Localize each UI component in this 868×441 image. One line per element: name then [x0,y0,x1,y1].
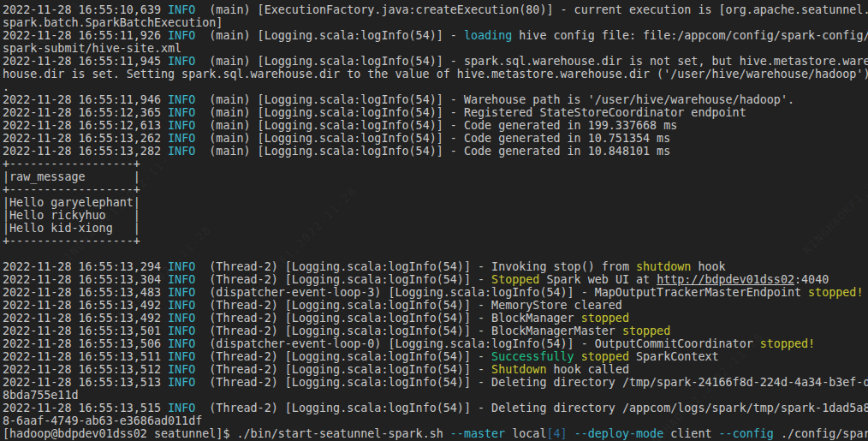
log-text: (main) [Logging.scala:logInfo(54)] - Cod… [195,145,670,158]
log-text: 2022-11-28 16:55:12,613 [3,119,168,132]
log-text: (Thread-2) [Logging.scala:logInfo(54)] -… [195,376,868,389]
log-text: (Thread-2) [Logging.scala:logInfo(54)] - [195,363,491,376]
log-text: 2022-11-28 16:55:13,512 [3,363,168,376]
log-text: +------------------+ [3,158,140,170]
log-line: spark.batch.SparkBatchExecution] [3,16,868,29]
log-text: --deploy-mode [574,427,664,440]
log-line: 2022-11-28 16:55:13,483 INFO (dispatcher… [3,286,868,299]
log-text: INFO [168,145,195,158]
log-text: :4040 [794,273,829,286]
log-text: stopped [622,325,670,337]
log-text: 8bda755e11d [3,389,78,402]
log-line: 2022-11-28 16:55:13,492 INFO (Thread-2) … [3,299,868,312]
log-text: (Thread-2) [Logging.scala:logInfo(54)] -… [195,325,622,337]
log-text: 2022-11-28 16:55:13,506 [3,337,168,350]
log-text: SparkContext [629,350,719,363]
log-line: house.dir is set. Setting spark.sql.ware… [3,68,868,80]
log-text: hook called [546,363,629,376]
log-text: 2022-11-28 16:55:13,282 [3,145,168,158]
log-line: 2022-11-28 16:55:13,511 INFO (Thread-2) … [3,350,868,363]
log-line: |Hello rickyhuo | [3,209,868,222]
log-line: 2022-11-28 16:55:10,639 INFO (main) [Exe… [3,3,868,16]
terminal-screen[interactable]: KINGHAOKF1,2022-11-28KINGHAOKF1,2022-11-… [0,0,868,441]
log-text: INFO [168,376,195,389]
log-text: hive config file: file:/appcom/config/sp… [512,29,868,42]
log-line: [hadoop@bdpdev01dss02 seatunnel]$ ./bin/… [3,427,868,440]
log-text: (Thread-2) [Logging.scala:logInfo(54)] -… [195,312,580,325]
log-line: +------------------+ [3,183,868,196]
log-text: stopped [581,312,629,325]
log-output: 2022-11-28 16:55:10,639 INFO (main) [Exe… [0,0,868,441]
shell-prompt: [hadoop@bdpdev01dss02 seatunnel]$ [3,427,236,440]
log-text: 2022-11-28 16:55:11,926 [3,29,168,42]
log-line: |Hello garyelephant| [3,196,868,209]
log-line: 2022-11-28 16:55:12,613 INFO (main) [Log… [3,119,868,132]
log-line: 8bda755e11d [3,389,868,402]
log-text: house.dir is set. Setting spark.sql.ware… [3,68,868,80]
log-text: (Thread-2) [Logging.scala:logInfo(54)] - [195,350,491,363]
log-text: 2022-11-28 16:55:10,639 [3,3,168,16]
log-text: stopped [581,350,629,363]
log-text: --config [719,427,774,440]
log-line: 2022-11-28 16:55:13,515 INFO (Thread-2) … [3,402,868,414]
log-text: stopped! [808,286,863,299]
log-text: INFO [168,337,195,350]
log-text: INFO [168,93,195,106]
log-text: (dispatcher-event-loop-3) [Logging.scala… [195,286,808,299]
log-line: 2022-11-28 16:55:13,506 INFO (dispatcher… [3,337,868,350]
log-text: ./config/spar [774,427,868,440]
log-line: 2022-11-28 16:55:13,501 INFO (Thread-2) … [3,325,868,337]
log-text: INFO [168,132,195,145]
log-line [3,247,868,260]
log-text: 2022-11-28 16:55:13,304 [3,273,168,286]
log-text: INFO [168,363,195,376]
log-line: 8-6aaf-4749-ab63-e3686ad011df [3,414,868,427]
log-line: +------------------+ [3,158,868,170]
log-text: INFO [168,106,195,119]
log-text: INFO [168,325,195,337]
log-line: |Hello kid-xiong | [3,222,868,235]
log-text: hook [691,260,725,273]
log-line: 2022-11-28 16:55:13,294 INFO (Thread-2) … [3,260,868,273]
log-text: +------------------+ [3,235,140,247]
log-text: 2022-11-28 16:55:13,483 [3,286,168,299]
log-text: 2022-11-28 16:55:11,945 [3,55,168,68]
log-text: 2022-11-28 16:55:13,511 [3,350,168,363]
log-line: 2022-11-28 16:55:11,926 INFO (main) [Log… [3,29,868,42]
log-text: INFO [168,29,195,42]
command-text: ./bin/start-seatunnel-spark.sh [236,427,449,440]
log-text: stopped! [760,337,815,350]
log-text: spark-submit/hive-site.xml [3,42,181,55]
log-line: 2022-11-28 16:55:13,512 INFO (Thread-2) … [3,363,868,376]
log-text: Shutdown [491,363,546,376]
log-text [574,350,581,363]
log-text: . [3,80,9,93]
log-text: INFO [168,273,195,286]
log-text: |Hello rickyhuo | [3,209,140,222]
log-text: INFO [168,260,195,273]
log-line: 2022-11-28 16:55:11,945 INFO (main) [Log… [3,55,868,68]
log-text: client [663,427,718,440]
log-line: . [3,80,868,93]
log-text: (main) [ExecutionFactory.java:createExec… [195,3,868,16]
log-line: 2022-11-28 16:55:13,492 INFO (Thread-2) … [3,312,868,325]
log-text: 2022-11-28 16:55:13,501 [3,325,168,337]
log-text: |Hello kid-xiong | [3,222,140,235]
log-text: 2022-11-28 16:55:13,262 [3,132,168,145]
log-text: INFO [168,402,195,414]
log-line: spark-submit/hive-site.xml [3,42,868,55]
log-text: Spark web UI at [539,273,657,286]
log-text: (Thread-2) [Logging.scala:logInfo(54)] -… [195,260,636,273]
log-text: local [505,427,546,440]
log-text: (main) [Logging.scala:logInfo(54)] - Cod… [195,119,677,132]
log-text: --master [450,427,505,440]
spark-ui-link[interactable]: http://bdpdev01dss02 [657,273,794,286]
log-text: INFO [168,312,195,325]
log-text: (main) [Logging.scala:logInfo(54)] - Reg… [195,106,746,119]
log-text: 8-6aaf-4749-ab63-e3686ad011df [3,414,202,427]
log-text: 2022-11-28 16:55:12,365 [3,106,168,119]
log-text: (main) [Logging.scala:logInfo(54)] - War… [195,93,794,106]
log-text: loading [464,29,512,42]
log-text: (main) [Logging.scala:logInfo(54)] - Cod… [195,132,670,145]
log-text [568,427,574,440]
